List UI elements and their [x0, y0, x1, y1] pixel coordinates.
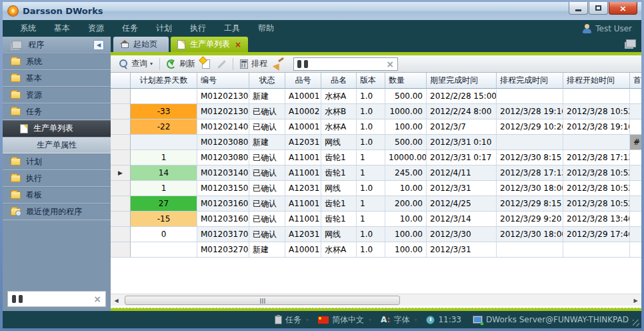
cell-qty[interactable]: 10000.00: [385, 150, 427, 166]
cell-sched_end[interactable]: 2012/3/29 10:20: [497, 119, 563, 135]
cell-sched_start[interactable]: 2012/3/28 10:52: [563, 104, 630, 119]
column-header-due[interactable]: 期望完成时间: [427, 73, 497, 89]
cell-diff[interactable]: [131, 242, 197, 258]
cell-due[interactable]: 2012/4/25: [427, 196, 497, 212]
cell-name[interactable]: 水杯B: [321, 104, 357, 119]
menu-item[interactable]: 资源: [88, 23, 104, 34]
cell-due[interactable]: 2012/3/7: [427, 119, 497, 135]
column-header-qty[interactable]: 数量: [385, 73, 427, 89]
cell-sched_end[interactable]: 2012/3/30 18:00: [497, 181, 563, 196]
cell-name[interactable]: 水杯A: [321, 119, 357, 135]
sidebar-item[interactable]: 计划: [3, 153, 111, 170]
cell-due[interactable]: 2012/3/30: [427, 227, 497, 242]
cell-status[interactable]: 已确认: [249, 150, 285, 166]
cell-item[interactable]: A12031: [285, 227, 321, 242]
cell-item[interactable]: A11001: [285, 212, 321, 227]
menu-item[interactable]: 基本: [54, 23, 70, 34]
cell-diff[interactable]: 14: [131, 166, 197, 181]
cell-sched_start[interactable]: 2012/3/29 17:46: [563, 227, 630, 242]
edit-button[interactable]: [213, 57, 229, 71]
cell-no[interactable]: M012030802: [197, 150, 249, 166]
cell-item[interactable]: A11001: [285, 166, 321, 181]
cell-qty[interactable]: 100.00: [385, 119, 427, 135]
row-selector-cell[interactable]: [111, 119, 131, 135]
column-header-item[interactable]: 品号: [285, 73, 321, 89]
sidebar-collapse-button[interactable]: ◀: [93, 40, 104, 50]
tab-close-icon[interactable]: ×: [235, 40, 241, 49]
cell-diff[interactable]: 1: [131, 150, 197, 166]
cell-sched_end[interactable]: [497, 242, 563, 258]
tab-inactive[interactable]: 起始页: [113, 37, 169, 52]
cell-due[interactable]: 2012/3/31: [427, 242, 497, 258]
cell-extra[interactable]: [630, 242, 641, 258]
cell-due[interactable]: 2012/3/31: [427, 181, 497, 196]
cell-status[interactable]: 新建: [249, 242, 285, 258]
row-selector-cell[interactable]: [111, 181, 131, 196]
sidebar-item[interactable]: 基本: [3, 70, 111, 87]
cell-ver[interactable]: 1.0: [357, 227, 385, 242]
cell-name[interactable]: 网线: [321, 181, 357, 196]
cell-ver[interactable]: 1.0: [357, 181, 385, 196]
horizontal-scrollbar[interactable]: ◀ ▶: [111, 294, 641, 306]
clear-button[interactable]: [271, 57, 288, 71]
cell-sched_start[interactable]: 2012/3/28 13:40: [563, 212, 630, 227]
cell-status[interactable]: 新建: [249, 135, 285, 150]
cell-ver[interactable]: 1.0: [357, 135, 385, 150]
cell-item[interactable]: A10001: [285, 242, 321, 258]
menu-item[interactable]: 系统: [20, 23, 36, 34]
refresh-button[interactable]: 刷新: [163, 57, 199, 71]
cell-ver[interactable]: 1.0: [357, 89, 385, 104]
cell-due[interactable]: 2012/4/11: [427, 166, 497, 181]
sidebar-item[interactable]: 任务: [3, 103, 111, 120]
cell-sched_start[interactable]: [563, 89, 630, 104]
column-header-no[interactable]: 编号: [197, 73, 249, 89]
cell-sched_end[interactable]: [497, 135, 563, 150]
scroll-left-icon[interactable]: ◀: [111, 294, 122, 306]
cell-ver[interactable]: 1.0: [357, 242, 385, 258]
cell-no[interactable]: M012031402: [197, 166, 249, 181]
cell-diff[interactable]: -33: [131, 104, 197, 119]
window-list-icon[interactable]: [626, 39, 636, 47]
cell-item[interactable]: A11001: [285, 196, 321, 212]
cell-sched_end[interactable]: 2012/3/30 8:15: [497, 150, 563, 166]
row-selector-cell[interactable]: [111, 104, 131, 119]
cell-status[interactable]: 已确认: [249, 212, 285, 227]
cell-no[interactable]: M012021401: [197, 119, 249, 135]
cell-no[interactable]: M012031602: [197, 212, 249, 227]
row-selector-cell[interactable]: [111, 135, 131, 150]
cell-extra[interactable]: [630, 166, 641, 181]
cell-name[interactable]: 齿轮1: [321, 212, 357, 227]
column-header-ver[interactable]: 版本: [357, 73, 385, 89]
cell-status[interactable]: 已确认: [249, 104, 285, 119]
cell-status[interactable]: 已确认: [249, 166, 285, 181]
cell-qty[interactable]: 200.00: [385, 196, 427, 212]
row-selector-cell[interactable]: [111, 150, 131, 166]
sidebar-item[interactable]: 生产单列表: [3, 120, 111, 137]
cell-name[interactable]: 水杯A: [321, 89, 357, 104]
resize-grip[interactable]: [633, 320, 639, 326]
cell-sched_end[interactable]: 2012/3/29 9:20: [497, 212, 563, 227]
cell-item[interactable]: A12031: [285, 135, 321, 150]
cell-sched_start[interactable]: 2012/3/28 10:52: [563, 181, 630, 196]
cell-extra[interactable]: [630, 181, 641, 196]
sidebar-item[interactable]: 生产单属性: [3, 137, 111, 153]
cell-sched_start[interactable]: 2012/3/28 17:13: [563, 150, 630, 166]
sidebar-item[interactable]: 系统: [3, 53, 111, 70]
cell-name[interactable]: 齿轮1: [321, 166, 357, 181]
font-menu[interactable]: A: 字体 ▾: [381, 314, 417, 326]
minimize-button[interactable]: [569, 2, 588, 15]
user-box[interactable]: Test User: [583, 20, 632, 37]
column-header-sched_end[interactable]: 排程完成时间: [497, 73, 563, 89]
column-header-name[interactable]: 品名: [321, 73, 357, 89]
cell-no[interactable]: M012031501: [197, 181, 249, 196]
cell-item[interactable]: A11001: [285, 150, 321, 166]
cell-qty[interactable]: 10.00: [385, 212, 427, 227]
cell-sched_end[interactable]: 2012/3/28 17:13: [497, 166, 563, 181]
cell-status[interactable]: 已确认: [249, 196, 285, 212]
cell-item[interactable]: A10002: [285, 104, 321, 119]
cell-diff[interactable]: [131, 89, 197, 104]
restore-button[interactable]: [589, 2, 608, 15]
scroll-right-icon[interactable]: ▶: [630, 294, 641, 306]
cell-extra[interactable]: [630, 150, 641, 166]
cell-sched_end[interactable]: 2012/3/30 18:00: [497, 227, 563, 242]
